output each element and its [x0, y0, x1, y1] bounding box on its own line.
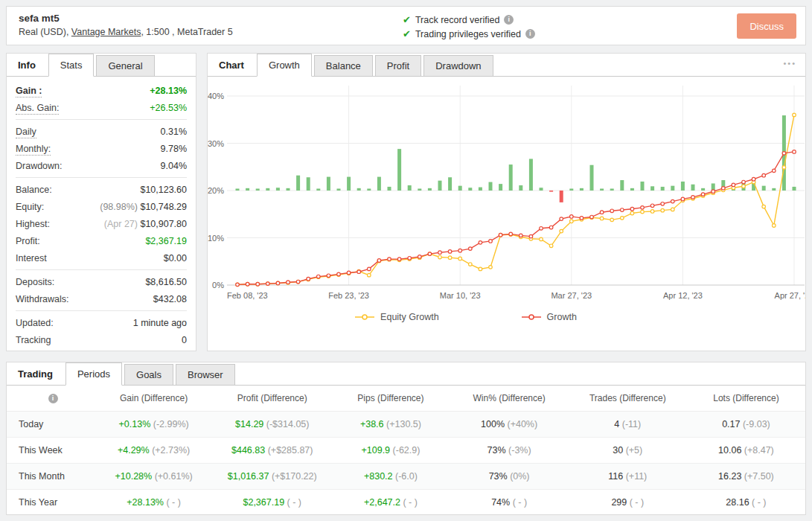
divider: [16, 119, 187, 120]
cell-value: 0.17: [722, 419, 740, 429]
info-icon[interactable]: i: [48, 394, 58, 403]
daily-bar: [357, 188, 361, 191]
chart-tab-growth[interactable]: Growth: [257, 54, 312, 77]
daily-bar: [418, 188, 421, 191]
data-point-marker: [580, 217, 584, 220]
cell-difference: (-3%): [506, 445, 531, 456]
cell-difference: (+11): [623, 471, 647, 482]
stat-value: $8,616.50: [145, 277, 187, 287]
info-tab-general[interactable]: General: [96, 55, 154, 76]
stat-value: $432.08: [153, 294, 187, 304]
table-cell: 74% ( - ): [450, 497, 569, 508]
daily-bar: [276, 188, 280, 191]
grid-lines: [227, 86, 805, 285]
daily-bar: [489, 182, 493, 191]
table-cell: +10.28% (+0.61%): [95, 471, 213, 482]
stat-value: $2,367.19: [145, 236, 187, 246]
info-icon[interactable]: i: [504, 15, 514, 25]
daily-bar: [428, 188, 432, 191]
data-point-marker: [428, 252, 432, 256]
daily-bars-layer: [236, 115, 796, 202]
cell-value: 299: [611, 497, 627, 508]
data-point-marker: [590, 215, 594, 219]
data-point-marker: [641, 210, 645, 214]
table-cell: +109.9 (-62.9): [331, 445, 450, 456]
data-point-marker: [357, 270, 361, 274]
series-equity-growth: [236, 113, 796, 287]
data-point-marker: [489, 240, 493, 243]
stat-row: Daily0.31%: [16, 123, 187, 140]
cell-value: +10.28%: [115, 471, 152, 482]
check-icon: ✔: [403, 28, 411, 39]
cell-difference: (-62.9): [390, 445, 420, 456]
table-cell: 100% (+40%): [450, 419, 569, 429]
info-icon[interactable]: i: [525, 29, 535, 39]
svg-text:40%: 40%: [208, 92, 224, 100]
chart-tab-profit[interactable]: Profit: [375, 55, 421, 76]
cell-value: 10.06: [718, 445, 741, 456]
table-row-this-year: This Year+28.13% ( - )$2,367.19 ( - )+2,…: [7, 490, 805, 516]
cell-difference: (-6.0): [393, 471, 418, 482]
data-point-marker: [337, 272, 341, 276]
cell-difference: (0%): [508, 471, 530, 482]
cell-value: 28.16: [726, 497, 749, 508]
periods-tab-goals[interactable]: Goals: [124, 364, 173, 385]
data-point-marker: [600, 211, 604, 214]
data-point-marker: [448, 256, 452, 260]
legend-item[interactable]: Equity Growth: [354, 312, 439, 322]
check-icon: ✔: [403, 14, 411, 25]
table-cell: +28.13% ( - ): [95, 497, 213, 508]
legend-item[interactable]: Growth: [521, 312, 577, 322]
stat-value: 0: [182, 335, 187, 345]
cell-value: 30: [613, 445, 623, 456]
discuss-button[interactable]: Discuss: [737, 13, 796, 39]
svg-text:Feb 08, '23: Feb 08, '23: [227, 291, 268, 300]
daily-bar: [560, 191, 563, 202]
divider: [16, 177, 187, 178]
stat-label: Drawdown:: [16, 161, 63, 171]
info-tab-stats[interactable]: Stats: [48, 54, 95, 77]
stat-row: Monthly:9.78%: [16, 140, 187, 157]
table-cell: 299 ( - ): [569, 497, 687, 508]
stat-label: Gain :: [16, 86, 42, 96]
daily-bar: [236, 188, 240, 191]
data-point-marker: [236, 283, 240, 287]
periods-tab-periods[interactable]: Periods: [65, 362, 122, 386]
chart-tabbar: ChartGrowthBalanceProfitDrawdown•••: [208, 54, 805, 77]
daily-bar: [661, 187, 665, 191]
stat-row: Equity:(98.98%) $10,748.29: [16, 198, 187, 215]
stat-label: Tracking: [16, 335, 51, 345]
cell-difference: ( - ): [627, 497, 644, 508]
data-point-marker: [630, 207, 634, 211]
data-point-marker: [276, 281, 280, 285]
data-point-marker: [489, 266, 493, 269]
more-options-icon[interactable]: •••: [783, 59, 796, 68]
chart-tab-drawdown[interactable]: Drawdown: [423, 55, 493, 76]
badge-row: ✔Trading privileges verifiedi: [403, 27, 535, 41]
daily-bar: [600, 188, 604, 191]
column-header: Lots (Difference): [687, 393, 805, 403]
daily-bar: [540, 188, 543, 191]
column-header: Pips (Difference): [331, 393, 450, 403]
cell-value: +109.9: [361, 445, 390, 456]
data-point-marker: [712, 190, 715, 194]
table-cell: $14.29 (-$314.05): [213, 419, 331, 429]
periods-tab-browser[interactable]: Browser: [176, 364, 235, 385]
daily-bar: [671, 186, 674, 191]
broker-link[interactable]: Vantage Markets: [71, 27, 141, 37]
daily-bar: [641, 182, 645, 191]
stat-row: Gain :+28.13%: [16, 82, 187, 99]
cell-value: $14.29: [235, 419, 263, 429]
cell-value: $1,016.37: [228, 471, 269, 482]
chart-tab-balance[interactable]: Balance: [314, 55, 373, 76]
stat-label: Profit:: [16, 236, 40, 246]
divider: [16, 269, 187, 270]
info-tab-info[interactable]: Info: [7, 54, 47, 76]
row-label: This Week: [7, 445, 95, 456]
daily-bar: [377, 177, 381, 191]
chart-tab-chart[interactable]: Chart: [208, 54, 255, 76]
daily-bar: [388, 187, 391, 191]
periods-tab-trading[interactable]: Trading: [7, 362, 64, 385]
daily-bar: [681, 182, 685, 191]
data-point-marker: [782, 166, 786, 170]
